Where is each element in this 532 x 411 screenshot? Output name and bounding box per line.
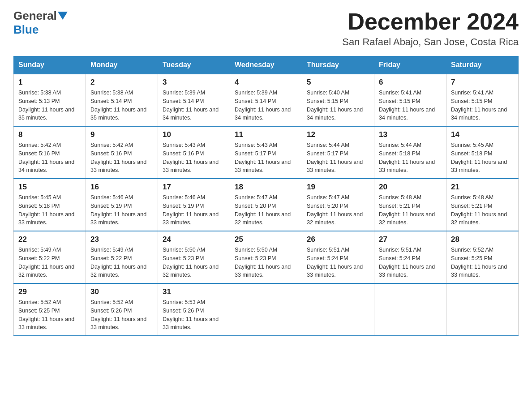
day-cell: 1Sunrise: 5:38 AMSunset: 5:13 PMDaylight… — [14, 74, 86, 126]
logo-blue-text: Blue — [13, 23, 39, 36]
day-number: 3 — [163, 78, 225, 87]
weekday-header-friday: Friday — [374, 56, 446, 74]
day-number: 13 — [379, 130, 442, 139]
day-number: 10 — [163, 130, 225, 139]
logo-triangle-icon — [58, 12, 68, 21]
day-cell: 17Sunrise: 5:46 AMSunset: 5:19 PMDayligh… — [158, 179, 230, 231]
day-cell: 3Sunrise: 5:39 AMSunset: 5:14 PMDaylight… — [158, 74, 230, 126]
day-info: Sunrise: 5:52 AMSunset: 5:26 PMDaylight:… — [90, 298, 153, 332]
day-number: 20 — [379, 183, 442, 192]
day-info: Sunrise: 5:47 AMSunset: 5:20 PMDaylight:… — [235, 193, 297, 227]
day-info: Sunrise: 5:39 AMSunset: 5:14 PMDaylight:… — [163, 89, 225, 122]
day-info: Sunrise: 5:42 AMSunset: 5:16 PMDaylight:… — [18, 141, 81, 175]
day-number: 17 — [163, 183, 225, 192]
day-cell: 27Sunrise: 5:51 AMSunset: 5:24 PMDayligh… — [374, 231, 446, 283]
day-info: Sunrise: 5:46 AMSunset: 5:19 PMDaylight:… — [90, 193, 153, 227]
logo-general-text: General — [13, 9, 57, 23]
day-info: Sunrise: 5:45 AMSunset: 5:18 PMDaylight:… — [451, 141, 514, 175]
day-cell: 31Sunrise: 5:53 AMSunset: 5:26 PMDayligh… — [158, 283, 230, 336]
week-row-4: 22Sunrise: 5:49 AMSunset: 5:22 PMDayligh… — [14, 231, 519, 283]
day-number: 26 — [307, 235, 369, 244]
day-info: Sunrise: 5:50 AMSunset: 5:23 PMDaylight:… — [235, 246, 297, 279]
day-info: Sunrise: 5:51 AMSunset: 5:24 PMDaylight:… — [379, 246, 442, 279]
day-info: Sunrise: 5:52 AMSunset: 5:25 PMDaylight:… — [18, 298, 81, 332]
day-cell: 9Sunrise: 5:42 AMSunset: 5:16 PMDaylight… — [86, 126, 158, 179]
day-info: Sunrise: 5:42 AMSunset: 5:16 PMDaylight:… — [90, 141, 153, 175]
day-number: 6 — [379, 78, 442, 87]
day-cell: 7Sunrise: 5:41 AMSunset: 5:15 PMDaylight… — [446, 74, 519, 126]
day-number: 21 — [451, 183, 514, 192]
day-info: Sunrise: 5:50 AMSunset: 5:23 PMDaylight:… — [163, 246, 225, 279]
weekday-header-tuesday: Tuesday — [158, 56, 230, 74]
day-cell: 20Sunrise: 5:48 AMSunset: 5:21 PMDayligh… — [374, 179, 446, 231]
day-number: 16 — [90, 183, 153, 192]
day-cell — [374, 283, 446, 336]
week-row-2: 8Sunrise: 5:42 AMSunset: 5:16 PMDaylight… — [14, 126, 519, 179]
day-cell — [446, 283, 519, 336]
day-number: 27 — [379, 235, 442, 244]
week-row-5: 29Sunrise: 5:52 AMSunset: 5:25 PMDayligh… — [14, 283, 519, 336]
day-number: 24 — [163, 235, 225, 244]
weekday-header-sunday: Sunday — [14, 56, 86, 74]
day-number: 4 — [235, 78, 297, 87]
day-info: Sunrise: 5:49 AMSunset: 5:22 PMDaylight:… — [18, 246, 81, 279]
day-cell: 5Sunrise: 5:40 AMSunset: 5:15 PMDaylight… — [302, 74, 374, 126]
day-cell: 6Sunrise: 5:41 AMSunset: 5:15 PMDaylight… — [374, 74, 446, 126]
day-cell: 23Sunrise: 5:49 AMSunset: 5:22 PMDayligh… — [86, 231, 158, 283]
day-number: 8 — [18, 130, 81, 139]
day-cell: 18Sunrise: 5:47 AMSunset: 5:20 PMDayligh… — [230, 179, 302, 231]
day-number: 18 — [235, 183, 297, 192]
day-cell: 12Sunrise: 5:44 AMSunset: 5:17 PMDayligh… — [302, 126, 374, 179]
day-cell: 8Sunrise: 5:42 AMSunset: 5:16 PMDaylight… — [14, 126, 86, 179]
day-number: 5 — [307, 78, 369, 87]
day-info: Sunrise: 5:48 AMSunset: 5:21 PMDaylight:… — [379, 193, 442, 227]
day-number: 7 — [451, 78, 514, 87]
day-info: Sunrise: 5:41 AMSunset: 5:15 PMDaylight:… — [451, 89, 514, 122]
day-info: Sunrise: 5:53 AMSunset: 5:26 PMDaylight:… — [163, 298, 225, 332]
day-cell: 30Sunrise: 5:52 AMSunset: 5:26 PMDayligh… — [86, 283, 158, 336]
day-info: Sunrise: 5:47 AMSunset: 5:20 PMDaylight:… — [307, 193, 369, 227]
day-info: Sunrise: 5:44 AMSunset: 5:18 PMDaylight:… — [379, 141, 442, 175]
day-cell: 28Sunrise: 5:52 AMSunset: 5:25 PMDayligh… — [446, 231, 519, 283]
day-info: Sunrise: 5:45 AMSunset: 5:18 PMDaylight:… — [18, 193, 81, 227]
day-cell: 14Sunrise: 5:45 AMSunset: 5:18 PMDayligh… — [446, 126, 519, 179]
day-info: Sunrise: 5:39 AMSunset: 5:14 PMDaylight:… — [235, 89, 297, 122]
day-cell: 26Sunrise: 5:51 AMSunset: 5:24 PMDayligh… — [302, 231, 374, 283]
day-number: 15 — [18, 183, 81, 192]
day-info: Sunrise: 5:49 AMSunset: 5:22 PMDaylight:… — [90, 246, 153, 279]
calendar-table: SundayMondayTuesdayWednesdayThursdayFrid… — [13, 56, 519, 336]
day-info: Sunrise: 5:43 AMSunset: 5:16 PMDaylight:… — [163, 141, 225, 175]
day-number: 19 — [307, 183, 369, 192]
day-cell: 25Sunrise: 5:50 AMSunset: 5:23 PMDayligh… — [230, 231, 302, 283]
title-block: December 2024 San Rafael Abajo, San Jose… — [342, 9, 519, 48]
week-row-3: 15Sunrise: 5:45 AMSunset: 5:18 PMDayligh… — [14, 179, 519, 231]
day-number: 14 — [451, 130, 514, 139]
day-cell: 21Sunrise: 5:48 AMSunset: 5:21 PMDayligh… — [446, 179, 519, 231]
day-info: Sunrise: 5:40 AMSunset: 5:15 PMDaylight:… — [307, 89, 369, 122]
day-info: Sunrise: 5:46 AMSunset: 5:19 PMDaylight:… — [163, 193, 225, 227]
day-number: 25 — [235, 235, 297, 244]
day-cell: 10Sunrise: 5:43 AMSunset: 5:16 PMDayligh… — [158, 126, 230, 179]
day-cell: 29Sunrise: 5:52 AMSunset: 5:25 PMDayligh… — [14, 283, 86, 336]
day-cell: 22Sunrise: 5:49 AMSunset: 5:22 PMDayligh… — [14, 231, 86, 283]
weekday-header-saturday: Saturday — [446, 56, 519, 74]
day-number: 30 — [90, 287, 153, 296]
day-number: 9 — [90, 130, 153, 139]
day-number: 12 — [307, 130, 369, 139]
day-number: 31 — [163, 287, 225, 296]
day-cell — [230, 283, 302, 336]
day-info: Sunrise: 5:38 AMSunset: 5:13 PMDaylight:… — [18, 89, 81, 122]
day-info: Sunrise: 5:44 AMSunset: 5:17 PMDaylight:… — [307, 141, 369, 175]
day-cell — [302, 283, 374, 336]
weekday-header-thursday: Thursday — [302, 56, 374, 74]
day-number: 22 — [18, 235, 81, 244]
day-info: Sunrise: 5:41 AMSunset: 5:15 PMDaylight:… — [379, 89, 442, 122]
weekday-header-monday: Monday — [86, 56, 158, 74]
day-cell: 13Sunrise: 5:44 AMSunset: 5:18 PMDayligh… — [374, 126, 446, 179]
day-info: Sunrise: 5:48 AMSunset: 5:21 PMDaylight:… — [451, 193, 514, 227]
day-number: 1 — [18, 78, 81, 87]
day-cell: 24Sunrise: 5:50 AMSunset: 5:23 PMDayligh… — [158, 231, 230, 283]
day-cell: 15Sunrise: 5:45 AMSunset: 5:18 PMDayligh… — [14, 179, 86, 231]
day-cell: 11Sunrise: 5:43 AMSunset: 5:17 PMDayligh… — [230, 126, 302, 179]
day-cell: 2Sunrise: 5:38 AMSunset: 5:14 PMDaylight… — [86, 74, 158, 126]
